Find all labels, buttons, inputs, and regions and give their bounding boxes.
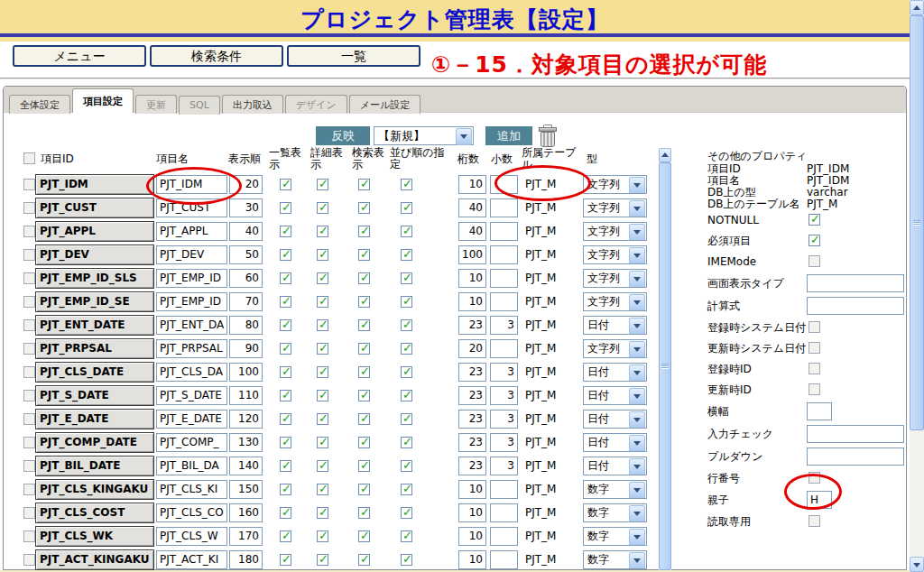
item-id-button[interactable]: PJT_COMP_DATE: [35, 432, 154, 453]
chevron-down-icon[interactable]: [629, 271, 645, 288]
item-name-input[interactable]: PJT_COMP_: [156, 433, 227, 452]
display-order-input[interactable]: 110: [229, 386, 263, 405]
chevron-down-icon[interactable]: [629, 552, 645, 569]
sort-display-checkbox[interactable]: [401, 530, 412, 542]
digits-input[interactable]: 23: [458, 433, 486, 452]
list-display-checkbox[interactable]: [280, 343, 291, 355]
display-order-input[interactable]: 100: [229, 363, 263, 382]
tab-5[interactable]: デザイン: [285, 95, 347, 114]
display-order-input[interactable]: 160: [229, 503, 263, 522]
detail-display-checkbox[interactable]: [317, 319, 328, 331]
search-display-checkbox[interactable]: [358, 319, 370, 331]
item-id-button[interactable]: PJT_DEV: [35, 244, 154, 265]
row-select-checkbox[interactable]: [23, 343, 35, 355]
sort-display-checkbox[interactable]: [401, 390, 412, 401]
list-display-checkbox[interactable]: [280, 249, 291, 261]
row-select-checkbox[interactable]: [23, 179, 35, 190]
type-select[interactable]: 文字列: [583, 339, 647, 358]
decimals-input[interactable]: [490, 339, 518, 358]
item-id-button[interactable]: PJT_BIL_DATE: [35, 456, 154, 476]
property-input[interactable]: [807, 402, 832, 420]
item-id-button[interactable]: PJT_S_DATE: [35, 385, 154, 406]
display-order-input[interactable]: 150: [229, 480, 263, 499]
search-display-checkbox[interactable]: [358, 507, 370, 519]
detail-display-checkbox[interactable]: [317, 249, 328, 261]
tab-6[interactable]: メール設定: [349, 95, 421, 114]
row-select-checkbox[interactable]: [23, 413, 35, 425]
list-display-checkbox[interactable]: [280, 390, 291, 401]
row-select-checkbox[interactable]: [23, 319, 35, 331]
display-order-input[interactable]: 140: [229, 457, 263, 475]
property-input[interactable]: [807, 425, 904, 443]
scroll-up-icon[interactable]: [910, 0, 924, 15]
tab-2[interactable]: 更新: [135, 95, 177, 114]
display-order-input[interactable]: 40: [229, 222, 263, 241]
digits-input[interactable]: 23: [458, 386, 486, 405]
page-scrollbar-thumb[interactable]: [910, 15, 924, 430]
detail-display-checkbox[interactable]: [317, 437, 328, 448]
display-order-input[interactable]: 80: [229, 316, 263, 335]
digits-input[interactable]: 40: [458, 198, 486, 217]
property-checkbox[interactable]: [808, 383, 820, 395]
property-checkbox[interactable]: [808, 235, 820, 246]
search-display-checkbox[interactable]: [358, 249, 370, 261]
decimals-input[interactable]: 3: [490, 457, 518, 475]
digits-input[interactable]: 23: [458, 410, 486, 429]
detail-display-checkbox[interactable]: [317, 460, 328, 472]
type-select[interactable]: 日付: [583, 316, 647, 335]
chevron-down-icon[interactable]: [629, 505, 645, 522]
item-id-button[interactable]: PJT_APPL: [35, 221, 154, 242]
sort-display-checkbox[interactable]: [401, 226, 412, 237]
row-select-checkbox[interactable]: [23, 530, 35, 542]
digits-input[interactable]: 20: [458, 339, 486, 358]
decimals-input[interactable]: [490, 550, 518, 569]
detail-display-checkbox[interactable]: [317, 179, 328, 190]
list-display-checkbox[interactable]: [280, 296, 291, 308]
detail-display-checkbox[interactable]: [317, 390, 328, 401]
item-id-button[interactable]: PJT_EMP_ID_SLS: [35, 268, 154, 289]
search-display-checkbox[interactable]: [358, 554, 370, 566]
list-display-checkbox[interactable]: [280, 202, 291, 214]
digits-input[interactable]: 23: [458, 363, 486, 382]
type-select[interactable]: 文字列: [583, 245, 647, 264]
type-select[interactable]: 日付: [583, 363, 647, 382]
chevron-down-icon[interactable]: [629, 529, 645, 546]
item-name-input[interactable]: PJT_S_DATE: [156, 386, 227, 405]
item-id-button[interactable]: PJT_IDM: [35, 174, 154, 195]
chevron-down-icon[interactable]: [629, 388, 645, 405]
decimals-input[interactable]: [490, 480, 518, 499]
chevron-down-icon[interactable]: [629, 247, 645, 264]
decimals-input[interactable]: [490, 198, 518, 217]
sort-display-checkbox[interactable]: [401, 319, 412, 331]
decimals-input[interactable]: 3: [490, 363, 518, 382]
grid-scrollbar-thumb[interactable]: [659, 162, 671, 570]
row-select-checkbox[interactable]: [23, 507, 35, 519]
list-display-checkbox[interactable]: [280, 179, 291, 190]
scroll-down-icon[interactable]: [910, 557, 924, 572]
item-id-button[interactable]: PJT_CUST: [35, 198, 154, 218]
tab-1[interactable]: 項目設定: [72, 88, 134, 113]
property-checkbox[interactable]: [808, 321, 820, 333]
item-name-input[interactable]: PJT_BIL_DA: [156, 457, 227, 475]
search-display-checkbox[interactable]: [358, 366, 370, 378]
sort-display-checkbox[interactable]: [401, 460, 412, 472]
property-input[interactable]: [807, 274, 904, 292]
item-name-input[interactable]: PJT_DEV: [156, 245, 227, 264]
detail-display-checkbox[interactable]: [317, 343, 328, 355]
list-display-checkbox[interactable]: [280, 319, 291, 331]
menu-button[interactable]: メニュー: [13, 45, 146, 67]
search-display-checkbox[interactable]: [358, 272, 370, 284]
new-item-select[interactable]: 【新規】: [374, 126, 474, 145]
search-display-checkbox[interactable]: [358, 437, 370, 448]
chevron-down-icon[interactable]: [629, 200, 645, 217]
detail-display-checkbox[interactable]: [317, 226, 328, 237]
list-display-checkbox[interactable]: [280, 366, 291, 378]
detail-display-checkbox[interactable]: [317, 507, 328, 519]
decimals-input[interactable]: [490, 245, 518, 264]
digits-input[interactable]: 23: [458, 457, 486, 475]
scroll-up-icon[interactable]: [659, 148, 671, 162]
search-display-checkbox[interactable]: [358, 390, 370, 401]
row-select-checkbox[interactable]: [23, 554, 35, 566]
list-display-checkbox[interactable]: [280, 413, 291, 425]
apply-button[interactable]: 反映: [316, 126, 370, 145]
